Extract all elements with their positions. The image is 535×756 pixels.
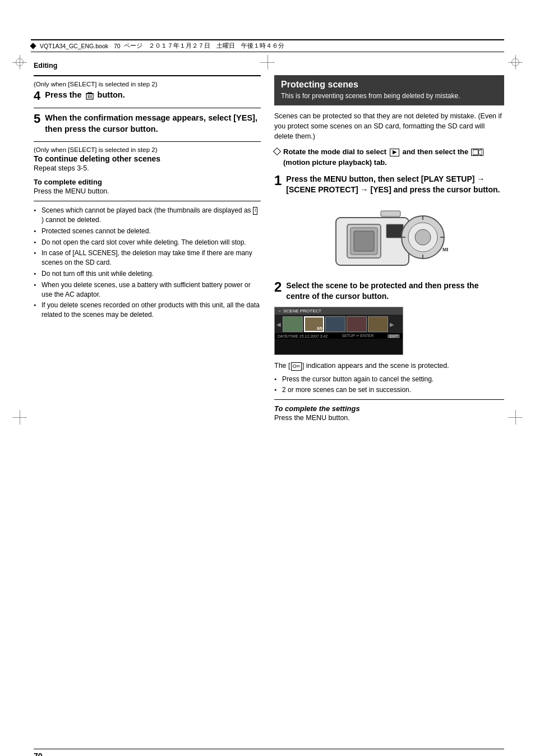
thumb-4 — [347, 316, 367, 332]
continue-note: (Only when [SELECT] is selected in step … — [34, 146, 261, 153]
header-bar: VQT1A34_GC_ENG.book 70 ページ ２０１７年１月２７日 土曜… — [31, 39, 504, 52]
svg-rect-13 — [381, 211, 400, 216]
step4-note: (Only when [SELECT] is selected in step … — [34, 81, 261, 87]
protecting-box-subtitle: This is for preventing scenes from being… — [281, 91, 497, 101]
diamond-instruction-text: Rotate the mode dial to select ▶ and the… — [283, 147, 504, 168]
step4-main-text: Press the — [45, 90, 124, 101]
bullet-item-1: Scenes which cannot be played back (the … — [34, 206, 261, 225]
page-number: 70 — [34, 752, 61, 756]
right-bullet-list: Press the cursor button again to cancel … — [274, 375, 504, 395]
continue-body: Repeat steps 3-5. — [34, 164, 261, 172]
screenshot-footer: DATE/TIME 15.12.2007 3:42 SETUP ↵ ENTER … — [275, 333, 403, 339]
step4-number: 4 — [34, 90, 40, 102]
svg-rect-12 — [386, 224, 403, 238]
protecting-box: Protecting scenes This is for preventing… — [274, 75, 504, 105]
bullet-list: Scenes which cannot be played back (the … — [34, 206, 261, 320]
bullet-item-7: If you delete scenes recorded on other p… — [34, 301, 261, 320]
svg-point-16 — [415, 229, 431, 245]
header-filename: VQT1A34_GC_ENG.book — [40, 43, 108, 49]
right-divider — [274, 399, 504, 400]
right-step2-content: 2 Select the scene to be protected and t… — [274, 280, 504, 302]
step5-content: 5 When the confirmation message appears,… — [34, 113, 261, 135]
svg-rect-6 — [473, 150, 478, 155]
right-step1-number: 1 — [274, 174, 282, 187]
right-bullet-cancel: Press the cursor button again to cancel … — [274, 375, 504, 384]
right-step2-block: 2 Select the scene to be protected and t… — [274, 280, 504, 302]
camera-svg: MENU — [330, 201, 448, 271]
screenshot-footer-left: DATE/TIME 15.12.2007 3:42 — [278, 334, 328, 338]
trash-icon — [85, 90, 94, 101]
right-bullet-succession: 2 or more scenes can be set in successio… — [274, 385, 504, 395]
right-column: Protecting scenes This is for preventing… — [274, 75, 504, 422]
bullet-item-5: Do not turn off this unit while deleting… — [34, 269, 261, 279]
right-step2-number: 2 — [274, 280, 282, 294]
right-step1-block: 1 Press the MENU button, then select [PL… — [274, 174, 504, 195]
complete-settings-body: Press the MENU button. — [274, 414, 504, 422]
svg-text:MENU: MENU — [442, 247, 448, 252]
diamond-icon-header — [30, 43, 36, 49]
reg-mark-tl — [12, 55, 27, 70]
intro-text: Scenes can be protected so that they are… — [274, 111, 504, 141]
right-step1-text: Press the MENU button, then select [PLAY… — [286, 174, 504, 195]
step5-block: 5 When the confirmation message appears,… — [34, 108, 261, 135]
scene-counter: 8/9 — [317, 326, 322, 330]
scene-screenshot: ← SCENE PROTECT ◀ 8/9 — [274, 307, 403, 355]
svg-rect-11 — [354, 231, 374, 251]
screenshot-exit: EXIT — [388, 334, 400, 338]
thumb-2-selected: 8/9 — [304, 316, 324, 332]
bullet-item-4: In case of [ALL SCENES], the deletion ma… — [34, 248, 261, 268]
protecting-box-title: Protecting scenes — [281, 80, 497, 90]
screenshot-header-text: ← SCENE PROTECT — [278, 308, 321, 314]
left-arrow-icon: ◀ — [276, 321, 281, 328]
reg-mark-tc — [260, 55, 275, 70]
right-step1-content: 1 Press the MENU button, then select [PL… — [274, 174, 504, 195]
right-step2-text: Select the scene to be protected and the… — [286, 280, 504, 302]
step5-main-text: When the confirmation message appears, s… — [45, 113, 261, 135]
reg-mark-tr — [508, 55, 523, 70]
section-label: Editing — [34, 61, 535, 70]
indication-text: The [Om] indication appears and the scen… — [274, 361, 504, 371]
diamond-icon — [273, 147, 281, 155]
screenshot-footer-right: SETUP ↵ ENTER — [342, 334, 373, 338]
step4-block: (Only when [SELECT] is selected in step … — [34, 75, 261, 102]
step4-content: 4 Press the — [34, 90, 261, 102]
left-column: (Only when [SELECT] is selected in step … — [34, 75, 261, 422]
complete-title: To complete editing — [34, 178, 261, 186]
thumb-5 — [368, 316, 388, 332]
reg-mark-lm — [12, 410, 27, 425]
complete-settings-title: To complete the settings — [274, 404, 504, 413]
thumb-1 — [283, 316, 303, 332]
bullet-item-6: When you delete scenes, use a battery wi… — [34, 280, 261, 299]
main-content: (Only when [SELECT] is selected in step … — [0, 75, 535, 422]
header-pageinfo: 70 — [114, 43, 121, 49]
footer: 70 VQT1A34 — [34, 749, 504, 756]
divider1 — [34, 141, 261, 142]
svg-marker-7 — [478, 149, 482, 155]
om-icon: Om — [291, 362, 302, 371]
warning-icon: ! — [253, 207, 258, 215]
step4-text-block: Press the — [45, 90, 124, 101]
page: VQT1A34_GC_ENG.book 70 ページ ２０１７年１月２７日 土曜… — [0, 39, 535, 756]
header-date: ページ ２０１７年１月２７日 土曜日 午後１時４６分 — [124, 42, 284, 50]
continue-title: To continue deleting other scenes — [34, 154, 261, 163]
step5-text-block: When the confirmation message appears, s… — [45, 113, 261, 135]
camera-diagram: MENU — [274, 201, 504, 273]
screenshot-header: ← SCENE PROTECT — [275, 307, 403, 315]
right-arrow-icon: ▶ — [390, 321, 394, 328]
bullet-item-2: Protected scenes cannot be deleted. — [34, 227, 261, 236]
thumbnails-area: ◀ 8/9 ▶ — [275, 315, 403, 333]
bullet-item-3: Do not open the card slot cover while de… — [34, 238, 261, 247]
reg-mark-rm — [508, 410, 523, 425]
complete-body: Press the MENU button. — [34, 187, 261, 195]
thumb-3 — [325, 316, 345, 332]
motion-icon — [471, 149, 483, 156]
playback-icon: ▶ — [390, 149, 399, 156]
step5-number: 5 — [34, 113, 40, 125]
footer-left: 70 VQT1A34 — [34, 752, 61, 756]
diamond-instruction-block: Rotate the mode dial to select ▶ and the… — [274, 147, 504, 168]
divider2 — [34, 201, 261, 201]
